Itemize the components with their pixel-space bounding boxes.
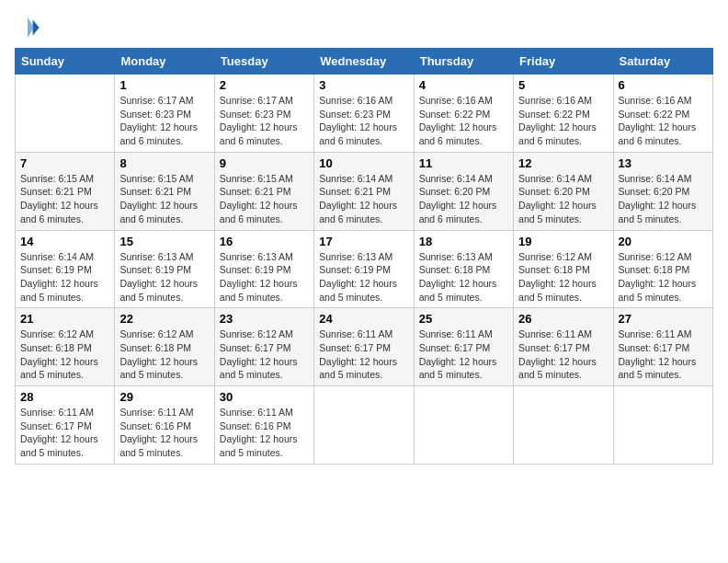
page-header <box>15 15 713 40</box>
day-info: Sunrise: 6:16 AMSunset: 6:22 PMDaylight:… <box>419 94 508 148</box>
day-number: 29 <box>119 390 209 404</box>
day-number: 18 <box>419 235 508 248</box>
day-info: Sunrise: 6:13 AMSunset: 6:18 PMDaylight:… <box>419 250 508 304</box>
column-header-wednesday: Wednesday <box>314 49 414 75</box>
day-number: 14 <box>20 235 109 248</box>
day-number: 17 <box>319 235 408 248</box>
calendar-cell: 13Sunrise: 6:14 AMSunset: 6:20 PMDayligh… <box>613 152 712 230</box>
logo <box>15 15 44 40</box>
calendar-week-row: 21Sunrise: 6:12 AMSunset: 6:18 PMDayligh… <box>16 308 713 386</box>
calendar-cell: 6Sunrise: 6:16 AMSunset: 6:22 PMDaylight… <box>613 75 712 153</box>
calendar-cell: 22Sunrise: 6:12 AMSunset: 6:18 PMDayligh… <box>115 308 214 386</box>
calendar-cell: 23Sunrise: 6:12 AMSunset: 6:17 PMDayligh… <box>214 308 313 386</box>
day-info: Sunrise: 6:11 AMSunset: 6:16 PMDaylight:… <box>119 406 209 460</box>
calendar-cell: 11Sunrise: 6:14 AMSunset: 6:20 PMDayligh… <box>414 152 513 230</box>
day-number: 16 <box>220 235 309 248</box>
calendar-week-row: 1Sunrise: 6:17 AMSunset: 6:23 PMDaylight… <box>16 75 713 153</box>
day-number: 19 <box>518 235 608 248</box>
day-info: Sunrise: 6:12 AMSunset: 6:18 PMDaylight:… <box>20 327 109 382</box>
calendar-cell: 2Sunrise: 6:17 AMSunset: 6:23 PMDaylight… <box>214 75 313 153</box>
day-number: 5 <box>518 78 608 92</box>
day-number: 21 <box>20 312 109 326</box>
day-number: 15 <box>119 235 209 248</box>
day-info: Sunrise: 6:15 AMSunset: 6:21 PMDaylight:… <box>220 172 309 226</box>
calendar-cell: 4Sunrise: 6:16 AMSunset: 6:22 PMDaylight… <box>414 75 513 153</box>
calendar-cell: 18Sunrise: 6:13 AMSunset: 6:18 PMDayligh… <box>414 230 513 308</box>
calendar-cell: 16Sunrise: 6:13 AMSunset: 6:19 PMDayligh… <box>214 230 313 308</box>
calendar-cell <box>16 75 115 153</box>
day-info: Sunrise: 6:11 AMSunset: 6:17 PMDaylight:… <box>20 406 109 460</box>
day-info: Sunrise: 6:17 AMSunset: 6:23 PMDaylight:… <box>220 94 309 148</box>
calendar-cell: 21Sunrise: 6:12 AMSunset: 6:18 PMDayligh… <box>16 308 115 386</box>
day-number: 27 <box>619 312 708 326</box>
calendar-cell: 26Sunrise: 6:11 AMSunset: 6:17 PMDayligh… <box>514 308 613 386</box>
day-info: Sunrise: 6:16 AMSunset: 6:22 PMDaylight:… <box>518 94 608 148</box>
calendar-cell: 17Sunrise: 6:13 AMSunset: 6:19 PMDayligh… <box>314 230 414 308</box>
day-info: Sunrise: 6:14 AMSunset: 6:20 PMDaylight:… <box>419 172 508 226</box>
calendar-table: SundayMondayTuesdayWednesdayThursdayFrid… <box>15 48 713 465</box>
day-info: Sunrise: 6:11 AMSunset: 6:17 PMDaylight:… <box>319 327 408 382</box>
calendar-cell: 29Sunrise: 6:11 AMSunset: 6:16 PMDayligh… <box>115 386 214 465</box>
calendar-cell: 27Sunrise: 6:11 AMSunset: 6:17 PMDayligh… <box>613 308 712 386</box>
column-header-saturday: Saturday <box>613 49 712 75</box>
day-info: Sunrise: 6:16 AMSunset: 6:23 PMDaylight:… <box>319 94 408 148</box>
day-info: Sunrise: 6:17 AMSunset: 6:23 PMDaylight:… <box>119 94 209 148</box>
day-info: Sunrise: 6:14 AMSunset: 6:21 PMDaylight:… <box>319 172 408 226</box>
day-info: Sunrise: 6:11 AMSunset: 6:16 PMDaylight:… <box>220 406 309 460</box>
day-info: Sunrise: 6:12 AMSunset: 6:18 PMDaylight:… <box>619 250 708 304</box>
column-header-sunday: Sunday <box>16 49 115 75</box>
day-number: 25 <box>419 312 508 326</box>
calendar-cell: 25Sunrise: 6:11 AMSunset: 6:17 PMDayligh… <box>414 308 513 386</box>
calendar-cell <box>314 386 414 465</box>
day-number: 10 <box>319 156 408 170</box>
calendar-week-row: 7Sunrise: 6:15 AMSunset: 6:21 PMDaylight… <box>16 152 713 230</box>
day-number: 28 <box>20 390 109 404</box>
calendar-cell: 7Sunrise: 6:15 AMSunset: 6:21 PMDaylight… <box>16 152 115 230</box>
day-number: 23 <box>220 312 309 326</box>
day-number: 12 <box>518 156 608 170</box>
logo-icon <box>15 15 40 40</box>
day-number: 7 <box>20 156 109 170</box>
day-info: Sunrise: 6:13 AMSunset: 6:19 PMDaylight:… <box>220 250 309 304</box>
calendar-cell: 24Sunrise: 6:11 AMSunset: 6:17 PMDayligh… <box>314 308 414 386</box>
column-header-monday: Monday <box>115 49 214 75</box>
calendar-week-row: 14Sunrise: 6:14 AMSunset: 6:19 PMDayligh… <box>16 230 713 308</box>
day-number: 2 <box>220 78 309 92</box>
calendar-cell: 10Sunrise: 6:14 AMSunset: 6:21 PMDayligh… <box>314 152 414 230</box>
calendar-cell: 3Sunrise: 6:16 AMSunset: 6:23 PMDaylight… <box>314 75 414 153</box>
calendar-cell: 30Sunrise: 6:11 AMSunset: 6:16 PMDayligh… <box>214 386 313 465</box>
calendar-cell <box>613 386 712 465</box>
calendar-week-row: 28Sunrise: 6:11 AMSunset: 6:17 PMDayligh… <box>16 386 713 465</box>
day-number: 9 <box>220 156 309 170</box>
day-info: Sunrise: 6:15 AMSunset: 6:21 PMDaylight:… <box>20 172 109 226</box>
day-number: 11 <box>419 156 508 170</box>
calendar-cell: 9Sunrise: 6:15 AMSunset: 6:21 PMDaylight… <box>214 152 313 230</box>
calendar-cell <box>414 386 513 465</box>
day-number: 8 <box>119 156 209 170</box>
column-header-friday: Friday <box>514 49 613 75</box>
calendar-cell: 19Sunrise: 6:12 AMSunset: 6:18 PMDayligh… <box>514 230 613 308</box>
day-number: 30 <box>220 390 309 404</box>
day-number: 20 <box>619 235 708 248</box>
day-info: Sunrise: 6:12 AMSunset: 6:17 PMDaylight:… <box>220 327 309 382</box>
calendar-cell: 20Sunrise: 6:12 AMSunset: 6:18 PMDayligh… <box>613 230 712 308</box>
day-info: Sunrise: 6:12 AMSunset: 6:18 PMDaylight:… <box>119 327 209 382</box>
day-number: 26 <box>518 312 608 326</box>
calendar-cell: 5Sunrise: 6:16 AMSunset: 6:22 PMDaylight… <box>514 75 613 153</box>
column-header-tuesday: Tuesday <box>214 49 313 75</box>
day-info: Sunrise: 6:14 AMSunset: 6:20 PMDaylight:… <box>518 172 608 226</box>
day-info: Sunrise: 6:11 AMSunset: 6:17 PMDaylight:… <box>518 327 608 382</box>
day-info: Sunrise: 6:13 AMSunset: 6:19 PMDaylight:… <box>119 250 209 304</box>
day-info: Sunrise: 6:16 AMSunset: 6:22 PMDaylight:… <box>619 94 708 148</box>
column-header-thursday: Thursday <box>414 49 513 75</box>
day-number: 4 <box>419 78 508 92</box>
day-info: Sunrise: 6:12 AMSunset: 6:18 PMDaylight:… <box>518 250 608 304</box>
calendar-header-row: SundayMondayTuesdayWednesdayThursdayFrid… <box>16 49 713 75</box>
day-info: Sunrise: 6:14 AMSunset: 6:20 PMDaylight:… <box>619 172 708 226</box>
calendar-cell: 15Sunrise: 6:13 AMSunset: 6:19 PMDayligh… <box>115 230 214 308</box>
calendar-cell: 12Sunrise: 6:14 AMSunset: 6:20 PMDayligh… <box>514 152 613 230</box>
calendar-body: 1Sunrise: 6:17 AMSunset: 6:23 PMDaylight… <box>16 75 713 465</box>
day-number: 22 <box>119 312 209 326</box>
day-number: 13 <box>619 156 708 170</box>
calendar-cell: 8Sunrise: 6:15 AMSunset: 6:21 PMDaylight… <box>115 152 214 230</box>
